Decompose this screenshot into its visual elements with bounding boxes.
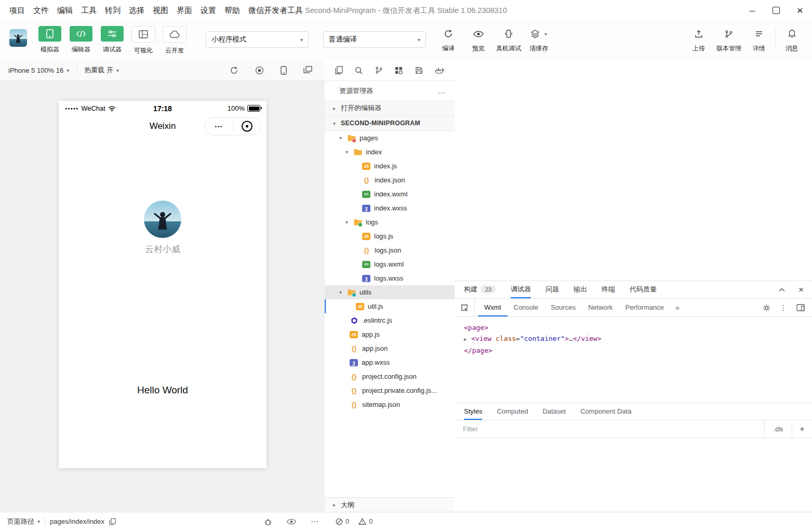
cloud-dev-button[interactable]: 云开发 <box>159 21 190 55</box>
extensions-icon[interactable] <box>395 67 403 74</box>
cls-button[interactable]: .cls <box>764 420 792 438</box>
more-icon[interactable]: … <box>437 86 445 95</box>
tab-构建[interactable]: 构建23 <box>464 281 496 298</box>
tab-输出[interactable]: 输出 <box>574 281 587 298</box>
tab-问题[interactable]: 问题 <box>545 281 559 298</box>
search-icon[interactable] <box>355 67 363 74</box>
maximize-button[interactable] <box>764 0 788 21</box>
tree-item-index.wxss[interactable]: ʒindex.wxss <box>325 201 455 215</box>
tree-item-logs.wxss[interactable]: ʒlogs.wxss <box>325 271 455 285</box>
preview-button[interactable]: 预览 <box>463 21 494 53</box>
more-icon[interactable]: ⋯ <box>311 517 318 526</box>
record-icon[interactable] <box>255 66 264 75</box>
devtools-tab-network[interactable]: Network <box>582 299 619 316</box>
tree-item-logs.js[interactable]: JSlogs.js <box>325 229 455 243</box>
device-toolbar-icon[interactable] <box>796 304 805 311</box>
tree-item-app.json[interactable]: {}app.json <box>325 341 455 355</box>
tree-item-pages[interactable]: ▾pages <box>325 131 455 145</box>
gear-icon[interactable] <box>763 304 770 312</box>
tree-item-app.js[interactable]: JSapp.js <box>325 327 455 341</box>
menu-item-0[interactable]: 项目 <box>5 0 29 21</box>
tree-item-app.wxss[interactable]: ʒapp.wxss <box>325 355 455 369</box>
problems-indicator[interactable]: 0 0 <box>336 512 372 530</box>
minimize-button[interactable]: ─ <box>740 0 764 21</box>
menu-item-9[interactable]: 帮助 <box>220 0 244 21</box>
tree-item-utils[interactable]: ▾utils <box>325 285 455 299</box>
tab-代码质量[interactable]: 代码质量 <box>630 281 657 298</box>
tree-item-project.private.config.js...[interactable]: {}project.private.config.js... <box>325 383 455 398</box>
menu-item-7[interactable]: 界面 <box>172 0 196 21</box>
collapse-panel-button[interactable] <box>779 288 785 292</box>
device-select[interactable]: iPhone 5 100% 16 ▾ <box>8 67 69 74</box>
menu-item-3[interactable]: 工具 <box>77 0 101 21</box>
style-tab-styles[interactable]: Styles <box>464 403 482 420</box>
refresh-icon[interactable] <box>230 66 238 75</box>
simulator-button[interactable]: 模拟器 <box>34 21 65 54</box>
expand-arrow-icon[interactable]: ▶ <box>464 334 471 345</box>
editor-button[interactable]: 编辑器 <box>65 21 97 54</box>
tab-overflow-button[interactable]: » <box>670 299 685 316</box>
page-path-dropdown[interactable]: 页面路径 ▾ <box>7 517 40 526</box>
more-button[interactable]: ••• <box>205 124 233 129</box>
copy-icon[interactable] <box>109 518 116 525</box>
tree-item-project.config.json[interactable]: {}project.config.json <box>325 369 455 383</box>
vconsole-debug-icon[interactable] <box>264 518 272 526</box>
compile-mode-select[interactable]: 普通编译 ▾ <box>323 31 426 48</box>
version-control-button[interactable]: 版本管理 <box>714 21 744 53</box>
outline-section[interactable]: ▸ 大纲 <box>325 497 455 512</box>
add-style-button[interactable]: + <box>792 420 812 438</box>
visual-button[interactable]: 可视化 <box>128 21 159 55</box>
device-debug-button[interactable]: 真机调试 <box>494 21 524 53</box>
compile-button[interactable]: 编译 <box>433 21 463 53</box>
menu-item-1[interactable]: 文件 <box>29 0 53 21</box>
tree-item-logs.wxml[interactable]: <>logs.wxml <box>325 257 455 271</box>
files-icon[interactable] <box>335 66 343 74</box>
tree-item-index.json[interactable]: {}index.json <box>325 173 455 187</box>
exit-button[interactable] <box>233 121 261 132</box>
devtools-tab-wxml[interactable]: Wxml <box>478 299 508 316</box>
filter-input[interactable] <box>455 420 764 438</box>
devtools-tab-performance[interactable]: Performance <box>619 299 670 316</box>
project-root-section[interactable]: ▾ SECOND-MINIPROGRAM <box>325 116 455 131</box>
tree-item-index.js[interactable]: JSindex.js <box>325 159 455 173</box>
menu-item-2[interactable]: 编辑 <box>53 0 77 21</box>
close-button[interactable]: × <box>788 0 812 21</box>
profile-avatar[interactable] <box>144 201 181 238</box>
devtools-tab-console[interactable]: Console <box>508 299 545 316</box>
messages-button[interactable]: 消息 <box>777 21 807 53</box>
menu-item-10[interactable]: 微信开发者工具 <box>244 0 307 21</box>
devtools-tab-sources[interactable]: Sources <box>544 299 582 316</box>
close-panel-button[interactable]: × <box>798 285 804 295</box>
style-tab-component-data[interactable]: Component Data <box>580 403 631 420</box>
docker-icon[interactable] <box>435 67 444 74</box>
style-tab-dataset[interactable]: Dataset <box>542 403 566 420</box>
tab-终端[interactable]: 终端 <box>602 281 615 298</box>
kebab-menu-icon[interactable]: ⋮ <box>780 303 787 312</box>
menu-item-6[interactable]: 视图 <box>149 0 172 21</box>
phone-icon[interactable] <box>281 66 287 75</box>
tree-item-logs[interactable]: ▾logs <box>325 215 455 229</box>
clear-cache-button[interactable]: ▾ 清缓存 <box>524 21 554 53</box>
tree-item-index.wxml[interactable]: <>index.wxml <box>325 187 455 201</box>
details-button[interactable]: 详情 <box>744 21 774 53</box>
hot-reload-toggle[interactable]: 热重载 开 ▾ <box>84 65 119 75</box>
git-icon[interactable] <box>375 66 383 74</box>
save-icon[interactable] <box>415 67 423 74</box>
menu-item-4[interactable]: 转到 <box>101 0 125 21</box>
tree-item-index[interactable]: ▾index <box>325 145 455 159</box>
debugger-button[interactable]: 调试器 <box>97 21 128 54</box>
tab-调试器[interactable]: 调试器 <box>511 281 531 298</box>
upload-button[interactable]: 上传 <box>684 21 714 53</box>
multi-window-icon[interactable] <box>303 66 312 74</box>
eye-icon[interactable] <box>287 519 296 525</box>
menu-item-8[interactable]: 设置 <box>196 0 220 21</box>
tree-item-util.js[interactable]: JSutil.js <box>325 299 455 313</box>
menu-item-5[interactable]: 选择 <box>125 0 149 21</box>
mode-select[interactable]: 小程序模式 ▾ <box>206 31 309 48</box>
inspect-element-button[interactable] <box>455 299 475 316</box>
tree-item-.eslintrc.js[interactable]: .eslintrc.js <box>325 313 455 327</box>
user-avatar[interactable] <box>9 29 27 47</box>
style-tab-computed[interactable]: Computed <box>497 403 528 420</box>
tree-item-logs.json[interactable]: {}logs.json <box>325 243 455 257</box>
tree-item-sitemap.json[interactable]: {}sitemap.json <box>325 398 455 412</box>
